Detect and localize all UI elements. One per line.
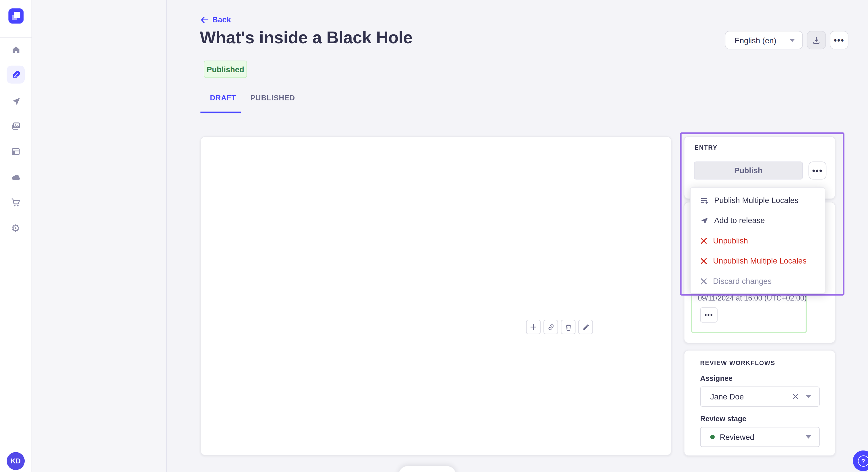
assignee-select[interactable]: Jane Doe	[700, 386, 820, 407]
stage-value: Reviewed	[720, 432, 754, 441]
menu-item-label: Unpublish	[713, 236, 748, 245]
cross-icon	[700, 237, 707, 244]
sidebar-item-settings[interactable]: ⚙	[7, 220, 25, 237]
help-button[interactable]: ?	[853, 450, 868, 471]
cover-delete-button[interactable]	[561, 320, 576, 334]
strapi-logo-icon	[8, 8, 24, 24]
gear-icon: ⚙	[11, 223, 20, 233]
logo-section	[0, 0, 32, 38]
link-icon	[547, 324, 554, 331]
back-link[interactable]: Back	[200, 14, 231, 25]
menu-item-label: Discard changes	[713, 276, 772, 285]
edit-form-card	[200, 136, 671, 456]
locale-value: English (en)	[734, 36, 776, 44]
images-icon	[11, 121, 21, 131]
cloud-icon	[11, 172, 21, 182]
sidebar-item-marketplace[interactable]	[7, 194, 25, 212]
release-more-button[interactable]: •••	[700, 307, 718, 323]
main-sidebar: ⚙ KD	[0, 0, 32, 472]
cover-add-button[interactable]	[526, 320, 541, 334]
assignee-value: Jane Doe	[710, 392, 744, 401]
sidebar-item-media-library[interactable]	[7, 117, 25, 135]
publish-button[interactable]: Publish	[694, 162, 803, 179]
label-text: Assignee	[700, 374, 733, 382]
more-icon: •••	[812, 166, 823, 175]
review-workflows-heading: REVIEW WORKFLOWS	[700, 360, 775, 366]
chevron-down-icon	[806, 435, 811, 439]
export-button[interactable]	[807, 31, 826, 49]
review-stage-label: Review stage	[700, 414, 746, 423]
cross-icon	[700, 257, 707, 264]
cart-icon	[11, 198, 21, 208]
entry-actions-menu: Publish Multiple Locales Add to release …	[690, 187, 825, 294]
tab-active-underline	[200, 111, 241, 113]
clear-icon[interactable]	[792, 393, 799, 400]
strapi-logo[interactable]	[8, 8, 24, 24]
page-title: What's inside a Black Hole	[200, 28, 412, 47]
bottom-floating-bar	[399, 466, 456, 472]
pencil-icon	[582, 324, 589, 331]
content-manager-subnav	[32, 0, 166, 472]
trash-icon	[565, 324, 572, 331]
user-avatar[interactable]: KD	[7, 452, 25, 470]
chevron-down-icon	[806, 395, 811, 398]
back-label: Back	[212, 15, 231, 24]
cover-copy-link-button[interactable]	[544, 320, 558, 334]
review-stage-select[interactable]: Reviewed	[700, 427, 820, 447]
tab-published[interactable]: PUBLISHED	[250, 94, 295, 102]
list-plus-icon	[700, 196, 708, 204]
header-more-button[interactable]: •••	[830, 31, 848, 49]
feather-icon	[11, 70, 20, 79]
sidebar-item-home[interactable]	[7, 40, 25, 59]
tab-draft[interactable]: DRAFT	[210, 94, 236, 102]
cross-icon	[700, 277, 707, 284]
menu-item-unpublish-multiple-locales[interactable]: Unpublish Multiple Locales	[691, 250, 825, 271]
sidebar-item-content-manager[interactable]	[7, 66, 25, 84]
question-icon: ?	[858, 455, 868, 466]
label-text: Review stage	[700, 414, 746, 423]
cover-edit-button[interactable]	[578, 320, 593, 334]
more-icon: •••	[704, 312, 713, 318]
assignee-label: Assignee	[700, 374, 733, 382]
paper-plane-icon	[11, 96, 20, 105]
more-icon: •••	[834, 36, 844, 44]
sidebar-item-cloud[interactable]	[7, 168, 25, 187]
menu-item-label: Unpublish Multiple Locales	[713, 256, 807, 265]
entry-more-button[interactable]: •••	[809, 162, 827, 179]
chevron-down-icon	[789, 38, 795, 42]
menu-item-add-to-release[interactable]: Add to release	[691, 210, 825, 231]
paper-plane-icon	[700, 216, 708, 225]
download-icon	[812, 36, 820, 44]
menu-item-discard-changes[interactable]: Discard changes	[691, 271, 825, 291]
app-root: ⚙ KD Content Manager COLLECTION TYPES 4 …	[0, 0, 868, 472]
menu-item-unpublish[interactable]: Unpublish	[691, 231, 825, 250]
sidebar-item-content-type-builder[interactable]	[7, 142, 25, 161]
sidebar-item-releases[interactable]	[7, 92, 25, 110]
cover-actions	[526, 320, 593, 334]
stage-status-dot	[710, 435, 715, 439]
home-icon	[11, 45, 20, 54]
menu-item-publish-multiple-locales[interactable]: Publish Multiple Locales	[691, 190, 825, 210]
scheduled-release-date: 09/11/2024 at 16:00 (UTC+02:00)	[698, 294, 807, 302]
layout-icon	[11, 146, 21, 157]
status-badge: Published	[204, 61, 247, 78]
locale-select[interactable]: English (en)	[725, 31, 803, 49]
menu-item-label: Publish Multiple Locales	[714, 196, 799, 205]
menu-item-label: Add to release	[714, 216, 765, 225]
arrow-left-icon	[200, 16, 209, 23]
entry-heading: ENTRY	[694, 144, 718, 151]
plus-icon	[530, 324, 536, 330]
